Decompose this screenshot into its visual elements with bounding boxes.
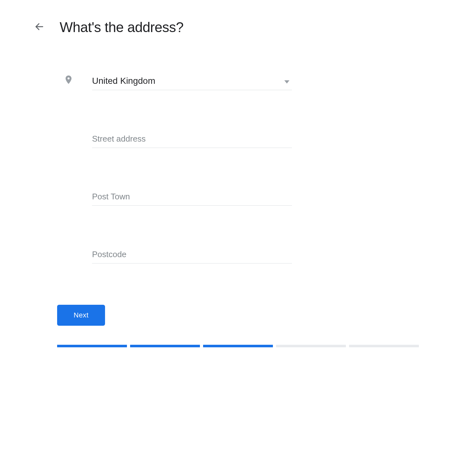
street-address-input[interactable] <box>92 131 292 148</box>
next-button[interactable]: Next <box>57 305 105 326</box>
street-row <box>63 131 444 148</box>
postcode-row <box>63 247 444 263</box>
postcode-input[interactable] <box>92 247 292 263</box>
town-row <box>63 189 444 206</box>
page-header: What's the address? <box>32 19 444 35</box>
progress-step <box>276 345 346 347</box>
page-container: What's the address? United Kingdom <box>0 0 476 347</box>
arrow-left-icon <box>34 22 44 33</box>
post-town-input[interactable] <box>92 189 292 206</box>
town-field-wrap <box>92 189 292 206</box>
street-field-wrap <box>92 131 292 148</box>
progress-step <box>57 345 127 347</box>
back-button[interactable] <box>32 19 47 35</box>
progress-step <box>349 345 419 347</box>
country-field-wrap: United Kingdom <box>92 73 292 90</box>
button-row: Next <box>32 305 444 326</box>
postcode-field-wrap <box>92 247 292 263</box>
location-pin-icon <box>63 73 92 85</box>
country-select[interactable]: United Kingdom <box>92 73 292 90</box>
progress-bar <box>32 345 444 347</box>
progress-step <box>130 345 200 347</box>
page-title: What's the address? <box>60 19 183 35</box>
progress-step <box>203 345 273 347</box>
country-row: United Kingdom <box>63 73 444 90</box>
address-form: United Kingdom <box>32 73 444 263</box>
